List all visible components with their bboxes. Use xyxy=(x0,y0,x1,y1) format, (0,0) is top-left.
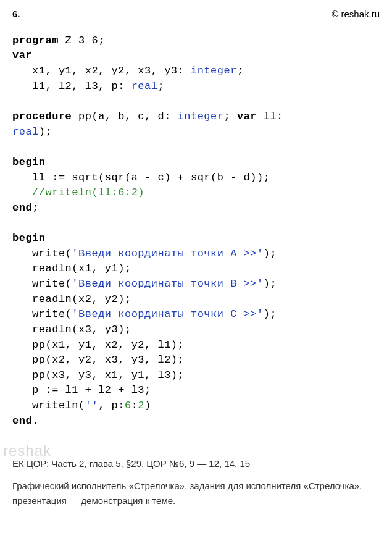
exercise-number: 6. xyxy=(12,7,20,21)
keyword-var: var xyxy=(12,49,32,61)
proc-decl: pp(a, b, c, d: xyxy=(72,111,177,122)
keyword-procedure: procedure xyxy=(12,111,72,122)
keyword-begin-2: begin xyxy=(12,232,46,244)
keyword-begin: begin xyxy=(12,156,46,168)
site-credit: © reshak.ru xyxy=(332,7,380,21)
footer: ЕК ЦОР: Часть 2, глава 5, §29, ЦОР №6, 9… xyxy=(12,456,380,508)
string-empty: '' xyxy=(85,400,98,411)
code-pp-1: pp(x1, y1, x2, y2, l1); xyxy=(12,339,184,351)
code-write-a: write( xyxy=(12,248,72,259)
code-writeln: writeln( xyxy=(12,400,85,411)
code-sum: p := l1 + l2 + l3; xyxy=(12,384,151,396)
code-readln-1: readln(x1, y1); xyxy=(12,262,131,274)
keyword-end-2: end xyxy=(12,415,32,427)
code-pp-3: pp(x3, y3, x1, y1, l3); xyxy=(12,369,184,381)
code-readln-3: readln(x3, y3); xyxy=(12,324,131,335)
string-b: 'Введи координаты точки B >>' xyxy=(72,278,263,290)
type-integer: integer xyxy=(191,65,237,77)
keyword-program: program xyxy=(12,35,59,46)
footer-reference: ЕК ЦОР: Часть 2, глава 5, §29, ЦОР №6, 9… xyxy=(12,456,380,471)
format-2: 2 xyxy=(138,400,144,411)
var-decl-1: x1, y1, x2, y2, x3, y3: xyxy=(12,65,191,77)
keyword-end: end xyxy=(12,202,32,214)
keyword-var-2: var xyxy=(237,111,257,122)
footer-description: Графический исполнитель «Стрелочка», зад… xyxy=(12,479,380,508)
header: 6. © reshak.ru xyxy=(12,7,380,21)
type-real: real xyxy=(131,80,158,92)
type-integer-2: integer xyxy=(178,111,224,122)
string-c: 'Введи координаты точки C >>' xyxy=(72,308,263,320)
program-name: Z_3_6; xyxy=(59,35,105,46)
code-line-assign: ll := sqrt(sqr(a - c) + sqr(b - d)); xyxy=(12,172,270,183)
code-write-c: write( xyxy=(12,308,72,320)
var-decl-2: l1, l2, l3, p: xyxy=(12,80,131,92)
format-6: 6 xyxy=(125,400,131,411)
code-write-b: write( xyxy=(12,278,72,290)
code-comment: //writeln(ll:6:2) xyxy=(12,187,144,198)
code-pp-2: pp(x2, y2, x3, y3, l2); xyxy=(12,354,184,366)
type-real-2: real xyxy=(12,126,39,138)
code-listing: program Z_3_6; var x1, y1, x2, y2, x3, y… xyxy=(12,33,380,429)
code-readln-2: readln(x2, y2); xyxy=(12,293,131,305)
string-a: 'Введи координаты точки A >>' xyxy=(72,248,263,259)
